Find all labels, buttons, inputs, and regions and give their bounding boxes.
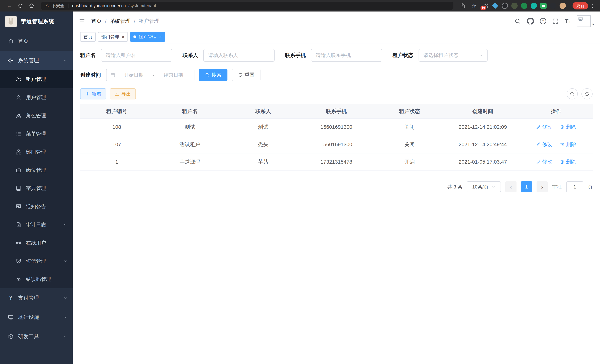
add-button[interactable]: 新增: [80, 88, 106, 99]
tab-tenant[interactable]: 租户管理 ×: [130, 32, 165, 42]
font-size-button[interactable]: TT: [565, 18, 571, 25]
tab-label: 首页: [84, 34, 92, 40]
extension-icon-4[interactable]: [531, 3, 537, 9]
sidebar-logo[interactable]: 芋道管理系统: [0, 11, 73, 32]
fullscreen-button[interactable]: [552, 18, 559, 25]
help-button[interactable]: ?: [540, 18, 546, 24]
page-jump-input[interactable]: [566, 181, 583, 192]
search-button[interactable]: 搜索: [199, 69, 227, 81]
extensions-puzzle-icon[interactable]: 10: [482, 3, 489, 9]
chevron-down-icon: [479, 53, 484, 57]
extensions-badge: 10: [480, 5, 487, 11]
sidebar-item-role[interactable]: 角色管理: [0, 106, 73, 125]
sidebar-item-payment[interactable]: ¥ 支付管理: [0, 288, 73, 308]
download-icon: [115, 92, 120, 96]
page-number-1[interactable]: 1: [521, 181, 532, 192]
tab-dept[interactable]: 部门管理 ×: [98, 32, 128, 42]
chat-icon: [542, 5, 545, 7]
sidebar-item-sms[interactable]: 短信管理: [0, 252, 73, 270]
sidebar-item-infra[interactable]: 基础设施: [0, 308, 73, 327]
breadcrumb-home[interactable]: 首页: [91, 18, 102, 25]
back-button[interactable]: ←: [4, 1, 14, 10]
refresh-table-button[interactable]: [581, 88, 593, 99]
extension-icon-diamond[interactable]: [492, 3, 498, 9]
sidebar-item-error-code[interactable]: 错误码管理: [0, 270, 73, 288]
sidebar-item-devtools[interactable]: 研发工具: [0, 327, 73, 346]
extension-icon-7[interactable]: [560, 3, 566, 9]
sidebar-item-post[interactable]: 岗位管理: [0, 161, 73, 179]
page-content: 租户名 联系人 联系手机 租户状态 请选择租户状态: [73, 43, 600, 364]
browser-home-button[interactable]: [27, 1, 36, 10]
edit-link[interactable]: 修改: [536, 123, 552, 130]
sidebar-item-system[interactable]: 系统管理: [0, 51, 73, 70]
sidebar-item-label: 角色管理: [26, 112, 46, 119]
extension-icon-3[interactable]: [521, 3, 527, 9]
logo-image: [5, 16, 17, 27]
sidebar-item-dict[interactable]: 字典管理: [0, 179, 73, 197]
monitor-icon: [8, 314, 14, 320]
tab-home[interactable]: 首页: [80, 32, 96, 42]
cell-phone: 15601691300: [300, 118, 373, 136]
breadcrumb-separator: /: [134, 18, 135, 24]
diamond-icon: [492, 3, 498, 9]
field-label: 联系人: [183, 52, 198, 59]
sidebar-item-menu[interactable]: 菜单管理: [0, 125, 73, 143]
reset-button[interactable]: 重置: [232, 69, 261, 81]
bookmark-button[interactable]: ☆: [469, 1, 479, 10]
sidebar-item-label: 错误码管理: [26, 276, 51, 282]
delete-link[interactable]: 删除: [560, 123, 576, 130]
delete-link[interactable]: 删除: [560, 141, 576, 148]
sidebar-item-dept[interactable]: 部门管理: [0, 143, 73, 161]
sidebar-item-label: 通知公告: [26, 203, 46, 210]
edit-link[interactable]: 修改: [536, 159, 552, 165]
pencil-icon: [536, 142, 541, 147]
sidebar-item-audit-log[interactable]: 审计日志: [0, 215, 73, 234]
edit-link[interactable]: 修改: [536, 141, 552, 148]
cell-actions: 修改 删除: [519, 118, 593, 136]
extension-icon-1[interactable]: [502, 3, 508, 9]
close-icon[interactable]: ×: [159, 35, 162, 39]
next-page-button[interactable]: ›: [536, 181, 548, 192]
date-separator: -: [152, 72, 155, 78]
page-size-select[interactable]: 10条/页: [467, 181, 501, 192]
sidebar-item-notice[interactable]: 通知公告: [0, 197, 73, 215]
breadcrumb-system[interactable]: 系统管理: [110, 18, 131, 25]
header-search-button[interactable]: [514, 18, 521, 25]
reload-button[interactable]: [16, 1, 25, 10]
prev-page-button[interactable]: ‹: [505, 181, 516, 192]
sidebar-item-label: 部门管理: [26, 149, 46, 155]
close-icon[interactable]: ×: [122, 35, 124, 39]
tenant-name-input[interactable]: [101, 49, 172, 62]
chevron-up-icon: [63, 58, 67, 63]
extension-icon-5[interactable]: [540, 3, 547, 9]
main-panel: 首页 / 系统管理 / 租户管理 ?: [73, 11, 600, 364]
extension-icon-6[interactable]: [550, 3, 556, 9]
cell-id: 1: [80, 153, 153, 171]
extension-icon-2[interactable]: [511, 3, 518, 9]
github-button[interactable]: [527, 18, 534, 25]
status-select[interactable]: 请选择租户状态: [419, 49, 488, 62]
prev-icon: ‹: [510, 184, 512, 190]
address-bar[interactable]: ⚠ 不安全 dashboard.yudao.iocoder.cn/system/…: [41, 2, 453, 10]
cell-contact: 秃头: [226, 136, 300, 153]
sidebar-item-user[interactable]: 用户管理: [0, 88, 73, 106]
action-row: 新增 导出: [80, 88, 593, 99]
caret-down-icon: ▾: [592, 22, 594, 27]
url-domain: dashboard.yudao.iocoder.cn: [72, 3, 126, 8]
toggle-search-button[interactable]: [567, 88, 578, 99]
browser-update-button[interactable]: 更新: [572, 2, 588, 9]
user-avatar-menu[interactable]: ▾: [577, 15, 594, 27]
sidebar-toggle-button[interactable]: [79, 18, 85, 25]
date-range-picker[interactable]: 开始日期 - 结束日期: [106, 69, 194, 81]
back-icon: ←: [7, 3, 12, 9]
share-button[interactable]: [458, 1, 468, 10]
contact-input[interactable]: [203, 49, 275, 62]
sidebar-item-tenant[interactable]: 租户管理: [0, 70, 73, 88]
sidebar-item-home[interactable]: 首页: [0, 32, 73, 51]
phone-input[interactable]: [311, 49, 382, 62]
sidebar-item-online-users[interactable]: 在线用户: [0, 234, 73, 252]
tags-view: 首页 部门管理 × 租户管理 ×: [73, 31, 600, 43]
delete-link[interactable]: 删除: [560, 159, 576, 165]
export-button[interactable]: 导出: [110, 88, 136, 99]
browser-menu-button[interactable]: ⋮: [590, 3, 596, 9]
